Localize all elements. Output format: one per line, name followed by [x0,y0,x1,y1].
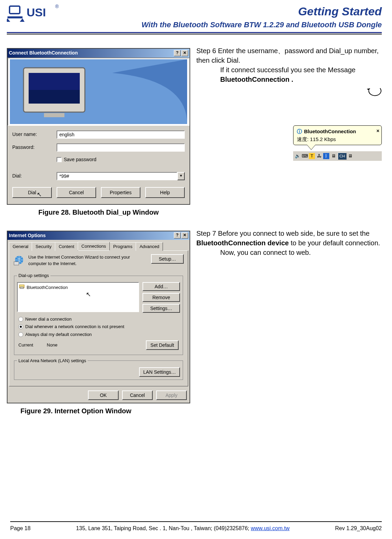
dial-dropdown-icon[interactable]: ▼ [177,172,185,180]
dial-field[interactable] [57,172,177,180]
balloon-title: BluetoothConnection [304,128,356,135]
password-label: Password: [12,144,57,151]
header-rule-2 [7,34,382,34]
ok-button[interactable]: OK [88,390,119,400]
io-tabs: General Security Content Connections Pro… [7,240,190,250]
step6-text: Step 6 Enter the username、password and D… [196,46,382,161]
cancel-button[interactable]: Cancel [57,187,96,198]
current-label: Current [18,342,33,348]
radio-whenever[interactable]: Dial whenever a network connection is no… [17,323,180,330]
dialup-settings-group: Dial-up settings BluetoothConnection ↖ [14,273,183,355]
footer-rule [10,521,382,522]
figure-29-caption: Figure 29. Internet Option Window [7,406,190,416]
close-icon[interactable]: ✕ [181,50,188,56]
ime-language-button[interactable]: CH [338,153,347,160]
settings-button[interactable]: Settings… [142,304,180,313]
dial-label: Dial: [12,173,57,180]
cursor-icon: ↖ [86,290,91,299]
dial-button[interactable]: Dial [12,187,52,198]
io-tabpage: Use the Internet Connection Wizard to co… [9,250,188,386]
info-icon: ⓘ [297,128,302,135]
balloon-speed: 速度: 115.2 Kbps [297,136,369,143]
io-title: Internet Options [9,232,46,239]
save-password-checkbox[interactable] [57,157,62,162]
balloon-close-icon[interactable]: × [376,127,379,134]
radio-always[interactable]: Always dial my default connection [17,331,180,338]
connect-dialog-titlebar: Connect BluetoothConnection ? ✕ [7,49,190,58]
connections-listbox[interactable]: BluetoothConnection ↖ [17,282,139,312]
figure-28-caption: Figure 28. Bluetooth Dial_up Window [7,207,190,217]
properties-button[interactable]: Properties [101,187,140,198]
io-cancel-button[interactable]: Cancel [122,390,153,400]
svg-rect-10 [14,262,19,265]
add-button[interactable]: Add… [142,282,180,291]
dialup-animation-image [7,58,190,126]
current-value: None [47,342,57,348]
footer-link[interactable]: www.usi.com.tw [251,525,290,531]
username-field[interactable] [57,130,185,139]
footer-revision: Rev 1.29_30Aug02 [335,525,382,532]
io-help-icon[interactable]: ? [174,232,181,238]
svg-rect-0 [10,6,20,14]
doc-title: Getting Started [7,3,382,20]
tab-connections[interactable]: Connections [78,242,110,250]
tray-network-icon[interactable]: 🖧 [316,153,322,159]
connect-dialog-title: Connect BluetoothConnection [9,50,78,57]
wizard-text: Use the Internet Connection Wizard to co… [28,254,148,266]
lan-settings-button[interactable]: LAN Settings… [139,367,180,377]
header-rule-1 [7,32,382,33]
tab-security[interactable]: Security [32,242,55,251]
radio-never[interactable]: Never dial a connection [17,315,180,323]
svg-text:USI: USI [27,6,46,19]
apply-button[interactable]: Apply [156,390,187,400]
tray-extra-icon[interactable]: 🖥 [348,153,352,159]
taskbar: 🔉 ⌨ T 🖧 ᛒ 🖥 CH 🖥 [293,151,382,161]
dialup-legend: Dial-up settings [17,273,50,279]
tray-doc-icon[interactable]: T [309,153,315,159]
tray-modem-icon[interactable]: 🖥 [330,153,336,159]
list-item[interactable]: BluetoothConnection [18,283,138,291]
svg-rect-8 [44,113,64,117]
setup-button[interactable]: Setup… [151,254,184,264]
io-close-icon[interactable]: ✕ [181,232,188,238]
tray-notification: ⓘ BluetoothConnection 速度: 115.2 Kbps × 🔉… [293,125,382,161]
step7-text: Step 7 Before you connect to web side, b… [196,229,382,257]
lan-legend: Local Area Network (LAN) settings [17,358,88,364]
svg-rect-12 [20,287,24,289]
globe-wizard-icon [13,254,25,268]
tray-keyboard-icon[interactable]: ⌨ [302,153,308,159]
tray-bluetooth-icon[interactable]: ᛒ [323,153,329,159]
tab-programs[interactable]: Programs [109,242,136,251]
connect-dialog: Connect BluetoothConnection ? ✕ [7,48,190,204]
set-default-button[interactable]: Set Default [146,340,179,350]
block-step7: Internet Options ? ✕ General Security Co… [7,231,382,416]
help-icon[interactable]: ? [174,50,181,56]
tab-content[interactable]: Content [55,242,78,251]
internet-options-dialog: Internet Options ? ✕ General Security Co… [7,231,190,403]
svg-text:®: ® [55,4,59,9]
balloon-tooltip: ⓘ BluetoothConnection 速度: 115.2 Kbps × [293,125,382,145]
usi-logo-graphic: USI ® [7,3,61,23]
lan-settings-group: Local Area Network (LAN) settings LAN Se… [14,358,183,380]
tab-general[interactable]: General [9,242,32,251]
tray-volume-icon[interactable]: 🔉 [295,153,301,159]
doc-footer: Page 18 135, Lane 351, Taiping Road, Sec… [0,521,392,532]
list-item-label: BluetoothConnection [27,284,68,291]
page-number: Page 18 [10,525,31,532]
block-step6: Connect BluetoothConnection ? ✕ [7,48,382,217]
doc-header: USI ® Getting Started With the Bluetooth… [0,0,392,34]
io-titlebar: Internet Options ? ✕ [7,231,190,240]
tab-advanced[interactable]: Advanced [136,242,163,251]
save-password-label: Save password [64,156,96,163]
doc-subtitle: With the Bluetooth Software BTW 1.2.29 a… [7,20,382,30]
remove-button[interactable]: Remove [142,293,180,302]
tray-icons: 🔉 ⌨ T 🖧 ᛒ 🖥 [295,153,336,159]
footer-address: 135, Lane 351, Taiping Road, Sec . 1, Na… [76,525,289,532]
password-field[interactable] [57,143,185,152]
connection-icon [19,284,25,291]
username-label: User name: [12,131,57,138]
curved-arrow-icon [365,86,382,99]
help-button[interactable]: Help [145,187,185,198]
svg-rect-7 [29,73,80,90]
